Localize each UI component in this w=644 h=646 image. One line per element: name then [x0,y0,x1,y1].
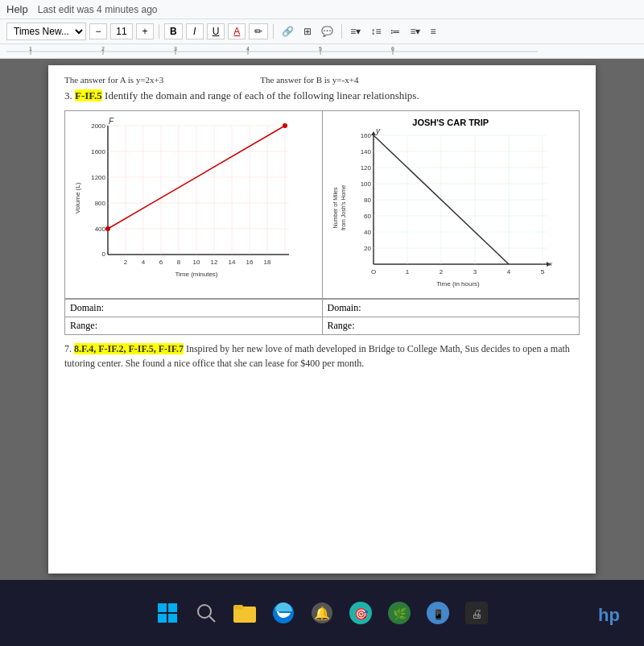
svg-text:2: 2 [439,268,443,275]
prev-answer-b: The answer for B is y=-x+4 [260,75,358,85]
search-taskbar-btn[interactable] [190,597,222,629]
last-edit-status: Last edit was 4 minutes ago [38,4,158,15]
svg-text:800: 800 [95,200,106,207]
svg-point-92 [198,605,211,618]
document-page: The answer for A is y=2x+3 The answer fo… [48,65,596,574]
file-explorer-btn[interactable] [229,597,261,629]
svg-text:4: 4 [142,259,146,266]
domain-right: Domain: [322,300,580,317]
ruler: 1 2 3 4 5 6 [0,44,644,59]
svg-text:🎯: 🎯 [354,607,369,621]
svg-text:2: 2 [101,46,105,52]
svg-text:400: 400 [95,226,106,233]
svg-text:O: O [370,268,375,275]
svg-text:from Josh's Home: from Josh's Home [341,185,346,230]
svg-rect-91 [168,614,177,623]
app4-btn[interactable]: 🖨 [460,597,493,629]
svg-text:Volume (L): Volume (L) [74,182,81,213]
svg-text:80: 80 [364,197,371,204]
formatting-toolbar: Times New... − + B I U A ✏ 🔗 ⊞ 💬 ≡▾ ↕≡ ≔… [0,19,644,44]
comment-btn[interactable]: 💬 [318,24,336,39]
svg-text:8: 8 [177,259,181,266]
image-btn[interactable]: ⊞ [300,24,315,39]
svg-text:0: 0 [102,251,106,258]
domain-left: Domain: [65,300,323,317]
font-selector[interactable]: Times New... [6,23,86,40]
svg-text:Time (in hours): Time (in hours) [436,280,480,288]
browser-btn[interactable] [267,597,299,629]
document-area: The answer for A is y=2x+3 The answer fo… [0,59,644,580]
taskbar: 🔔 🎯 🌿 📱 🖨 hp [0,580,644,646]
standard-f-if-5: F-IF.5 [75,89,102,101]
svg-text:2000: 2000 [91,122,105,130]
svg-text:5: 5 [319,46,322,52]
svg-text:1600: 1600 [91,148,105,155]
underline-btn[interactable]: U [207,23,225,39]
graph-2-svg: Number of Miles from Josh's Home [329,127,555,288]
svg-text:6: 6 [159,259,163,266]
spacing-btn[interactable]: ↕≡ [367,24,384,39]
separator-2 [273,24,274,39]
svg-text:3: 3 [174,46,177,52]
link-btn[interactable]: 🔗 [279,24,297,39]
align-btn[interactable]: ≡▾ [347,24,364,39]
app2-btn[interactable]: 🌿 [383,597,415,629]
svg-point-49 [283,123,287,128]
svg-text:10: 10 [193,259,200,266]
svg-text:16: 16 [246,259,254,266]
graphs-container: Volume (L) [64,110,580,299]
svg-text:📱: 📱 [432,608,444,620]
separator-3 [341,24,342,39]
app1-btn[interactable]: 🎯 [345,597,377,629]
svg-text:y: y [375,127,381,135]
svg-text:6: 6 [391,46,394,52]
svg-rect-90 [158,614,167,623]
svg-text:Number of Miles: Number of Miles [332,187,338,228]
svg-rect-95 [233,605,243,610]
svg-text:🖨: 🖨 [471,608,482,620]
windows-start-btn[interactable] [151,597,184,629]
svg-text:40: 40 [364,229,371,236]
app3-btn[interactable]: 📱 [422,597,454,629]
svg-text:x: x [548,260,553,267]
increase-font-btn[interactable]: + [136,23,154,39]
svg-text:4: 4 [506,268,510,275]
svg-text:100: 100 [360,180,371,188]
range-right: Range: [322,317,580,335]
svg-text:F: F [109,118,114,126]
svg-text:2: 2 [124,259,128,266]
svg-text:18: 18 [264,259,271,266]
svg-point-48 [105,226,110,231]
hp-logo: hp [598,605,620,626]
graph-1-cell: Volume (L) [65,111,323,298]
paint-btn[interactable]: ✏ [249,23,268,39]
font-size-input[interactable] [110,23,133,39]
domain-range-table: Domain: Domain: Range: Range: [64,299,580,335]
graph-1-svg: Volume (L) [72,118,297,279]
question-3-text: Identify the domain and range of each of… [105,89,419,101]
svg-line-93 [209,616,215,622]
svg-text:1200: 1200 [91,174,105,181]
svg-text:12: 12 [211,259,218,266]
svg-text:14: 14 [229,259,236,266]
question-7: 7. 8.F.4, F-IF.2, F-IF.5, F-IF.7 Inspire… [64,342,580,371]
svg-text:140: 140 [360,148,371,155]
question-3: 3. F-IF.5 Identify the domain and range … [64,89,580,102]
more-btn[interactable]: ≡ [427,24,439,39]
q7-number: 7. [64,343,72,354]
italic-btn[interactable]: I [186,23,204,39]
indent-btn[interactable]: ≡▾ [407,24,423,39]
svg-rect-88 [158,603,167,612]
decrease-font-btn[interactable]: − [89,23,107,39]
svg-text:20: 20 [364,245,371,252]
notifications-btn[interactable]: 🔔 [306,597,338,629]
svg-text:3: 3 [473,268,477,275]
svg-text:🌿: 🌿 [393,607,407,621]
list-btn[interactable]: ≔ [387,24,403,39]
menu-bar: Help Last edit was 4 minutes ago [0,0,644,19]
bold-btn[interactable]: B [164,23,183,39]
color-btn[interactable]: A [228,23,246,39]
svg-text:160: 160 [360,132,371,139]
help-menu[interactable]: Help [6,3,28,15]
svg-text:🔔: 🔔 [314,606,330,621]
